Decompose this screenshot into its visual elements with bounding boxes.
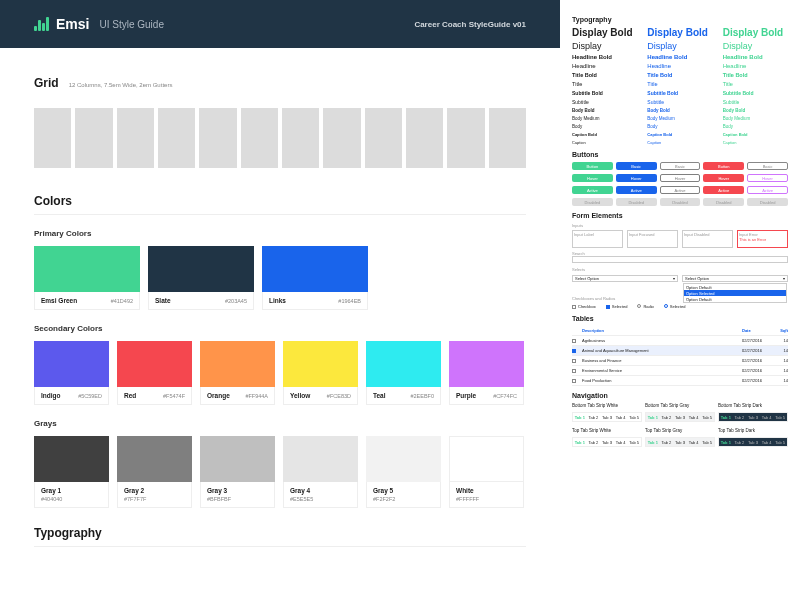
- swatch-hex: #F5474F: [163, 393, 185, 399]
- swatch-hex: #41D492: [111, 298, 133, 304]
- tabstrip: Tab 1Tab 2Tab 3Tab 4Tab 5: [645, 437, 715, 447]
- tab[interactable]: Tab 3: [746, 413, 760, 421]
- button-specimen[interactable]: Hover: [572, 174, 613, 182]
- tab[interactable]: Tab 5: [700, 413, 714, 421]
- r-nav-title: Navigation: [572, 392, 788, 399]
- tab[interactable]: Tab 4: [687, 438, 701, 446]
- color-swatch: Indigo#5C59ED: [34, 341, 109, 405]
- color-swatch: Purple#CF74FC: [449, 341, 524, 405]
- tab[interactable]: Tab 4: [687, 413, 701, 421]
- button-specimen[interactable]: Disabled: [703, 198, 744, 206]
- button-specimen[interactable]: Basic: [747, 162, 788, 170]
- table-row[interactable]: Agribusiness02/27/201614: [572, 336, 788, 346]
- button-specimen[interactable]: Active: [703, 186, 744, 194]
- table-row[interactable]: Animal and Aquaculture Management02/27/2…: [572, 346, 788, 356]
- button-specimen[interactable]: Active: [572, 186, 613, 194]
- tab[interactable]: Tab 4: [760, 438, 774, 446]
- button-specimen[interactable]: Active: [660, 186, 701, 194]
- grid-section-title: Grid12 Columns, 7.5em Wide, 2em Gutters: [34, 76, 526, 96]
- tab[interactable]: Tab 2: [587, 413, 601, 421]
- tab[interactable]: Tab 4: [614, 413, 628, 421]
- type-specimen: Subtitle Bold: [647, 90, 712, 96]
- tab[interactable]: Tab 1: [719, 413, 733, 421]
- r-typography-title: Typography: [572, 16, 788, 23]
- type-specimen: Subtitle Bold: [572, 90, 637, 96]
- tab[interactable]: Tab 5: [773, 413, 787, 421]
- tab[interactable]: Tab 5: [627, 438, 641, 446]
- tabstrip-label: Top Tab Strip Dark: [718, 428, 788, 433]
- color-swatch: Teal#2EEBF0: [366, 341, 441, 405]
- table-row[interactable]: Business and Finance02/27/201614: [572, 356, 788, 366]
- button-specimen[interactable]: Hover: [616, 174, 657, 182]
- button-specimen[interactable]: Disabled: [572, 198, 613, 206]
- button-specimen[interactable]: Button: [703, 162, 744, 170]
- type-specimen: Caption: [647, 140, 712, 145]
- type-specimen: Body Bold: [723, 108, 788, 113]
- table-row[interactable]: Food Production02/27/201614: [572, 376, 788, 386]
- dropdown-option[interactable]: Option Default: [684, 296, 786, 302]
- tab[interactable]: Tab 3: [600, 438, 614, 446]
- button-specimen[interactable]: Disabled: [660, 198, 701, 206]
- button-specimen[interactable]: Hover: [747, 174, 788, 182]
- tab[interactable]: Tab 4: [614, 438, 628, 446]
- tab[interactable]: Tab 2: [587, 438, 601, 446]
- type-specimen: Subtitle: [723, 99, 788, 105]
- swatch-name: Gray 5: [373, 487, 393, 494]
- tabstrip-label: Top Tab Strip White: [572, 428, 642, 433]
- chevron-down-icon: ▾: [673, 276, 675, 281]
- input-specimen[interactable]: Input ErrorThis is an Error: [737, 230, 788, 248]
- tab[interactable]: Tab 3: [600, 413, 614, 421]
- button-specimen[interactable]: Hover: [660, 174, 701, 182]
- selects-label: Selects: [572, 267, 788, 272]
- tab[interactable]: Tab 5: [773, 438, 787, 446]
- input-specimen[interactable]: Input Disabled: [682, 230, 733, 248]
- button-specimen[interactable]: Disabled: [747, 198, 788, 206]
- button-specimen[interactable]: Disabled: [616, 198, 657, 206]
- select-open[interactable]: Select Option▾ Option DefaultOption Sele…: [682, 275, 788, 282]
- button-specimen[interactable]: Hover: [703, 174, 744, 182]
- tab[interactable]: Tab 1: [719, 438, 733, 446]
- input-specimen[interactable]: Input Label: [572, 230, 623, 248]
- tab[interactable]: Tab 2: [660, 438, 674, 446]
- tab[interactable]: Tab 1: [646, 438, 660, 446]
- tab[interactable]: Tab 3: [746, 438, 760, 446]
- button-specimen[interactable]: Active: [747, 186, 788, 194]
- button-specimen[interactable]: Button: [572, 162, 613, 170]
- tab[interactable]: Tab 4: [760, 413, 774, 421]
- type-specimen: Body: [647, 124, 712, 129]
- tab[interactable]: Tab 2: [733, 413, 747, 421]
- table-header: DescriptionDateSqft: [572, 326, 788, 336]
- tab[interactable]: Tab 5: [700, 438, 714, 446]
- table-row[interactable]: Environmental Service02/27/201614: [572, 366, 788, 376]
- button-specimen[interactable]: Active: [616, 186, 657, 194]
- button-specimen[interactable]: Basic: [660, 162, 701, 170]
- color-swatch: Emsi Green#41D492: [34, 246, 140, 310]
- brand-name: Emsi: [56, 16, 89, 32]
- grid-column: [199, 108, 236, 168]
- type-specimen: Display: [723, 41, 788, 51]
- button-specimen[interactable]: Basic: [616, 162, 657, 170]
- tab[interactable]: Tab 2: [733, 438, 747, 446]
- grid-column: [241, 108, 278, 168]
- checkbox-item[interactable]: Checkbox: [572, 304, 596, 309]
- radio-item[interactable]: Radio: [637, 304, 653, 309]
- header-bar: Emsi UI Style Guide Career Coach StyleGu…: [0, 0, 560, 48]
- checkbox-item[interactable]: Selected: [606, 304, 628, 309]
- type-specimen: Headline: [647, 63, 712, 69]
- swatch-name: Gray 3: [207, 487, 227, 494]
- search-input[interactable]: [572, 256, 788, 263]
- grid-column: [489, 108, 526, 168]
- grid-column: [75, 108, 112, 168]
- input-specimen[interactable]: Input Focused: [627, 230, 678, 248]
- tab[interactable]: Tab 5: [627, 413, 641, 421]
- tab[interactable]: Tab 1: [573, 438, 587, 446]
- radio-item[interactable]: Selected: [664, 304, 686, 309]
- grid-column: [282, 108, 319, 168]
- tab[interactable]: Tab 1: [646, 413, 660, 421]
- type-specimen: Caption Bold: [572, 132, 637, 137]
- tab[interactable]: Tab 1: [573, 413, 587, 421]
- select-closed[interactable]: Select Option▾: [572, 275, 678, 282]
- tab[interactable]: Tab 3: [673, 438, 687, 446]
- tab[interactable]: Tab 2: [660, 413, 674, 421]
- tab[interactable]: Tab 3: [673, 413, 687, 421]
